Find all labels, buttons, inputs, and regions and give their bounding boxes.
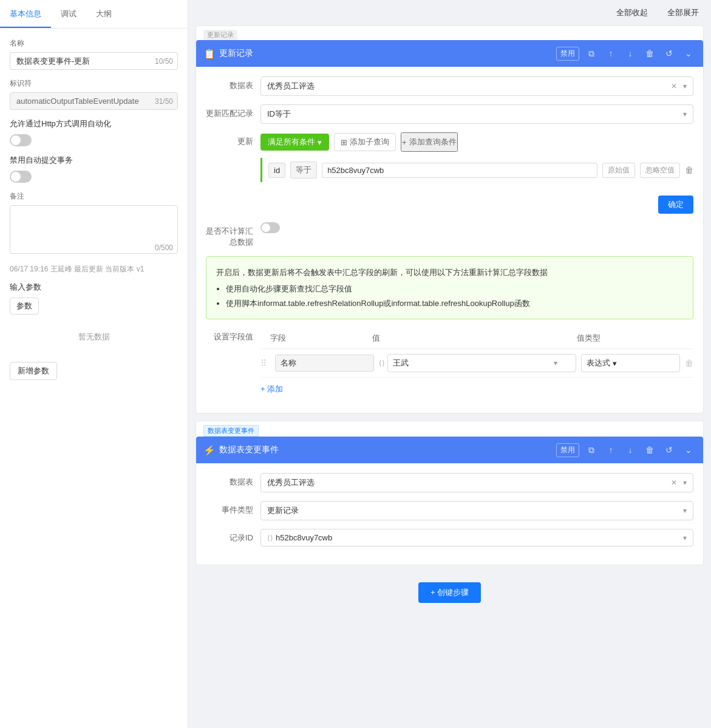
code-icon: ⟨⟩ [379,359,385,367]
http-toggle[interactable] [10,134,32,146]
card2-delete-icon[interactable]: 🗑 [642,443,657,457]
card2-expand-icon[interactable]: ⌄ [681,443,696,457]
card2-table-select[interactable]: 优秀员工评选 ✕ ▾ [260,473,693,492]
auto-submit-toggle-knob [11,172,21,182]
http-label: 允许通过Http方式调用自动化 [10,118,178,129]
name-label: 名称 [10,38,178,49]
update-record-card: 更新记录 📋 更新记录 禁用 ⧉ ↑ ↓ 🗑 ↺ ⌄ [196,26,704,413]
card2-event-row: 事件类型 更新记录 ▾ [206,501,693,520]
row0-type-select[interactable]: 表达式 ▾ [581,354,680,372]
drag-handle-icon[interactable]: ⠿ [260,358,270,368]
card1-match-row: 更新匹配记录 ID等于 ▾ [206,104,693,124]
tab-debug[interactable]: 调试 [51,0,86,28]
card2-event-arrow-icon: ▾ [683,506,687,515]
card1-copy-icon[interactable]: ⧉ [584,46,599,61]
card1-title: 📋 更新记录 [203,48,556,60]
params-section: 输入参数 参数 暂无数据 [10,282,178,355]
add-row-btn[interactable]: + 添加 [260,384,693,395]
condition-btn-label: 满足所有条件 [268,137,315,148]
filter-field: id [268,163,285,178]
add-cond-plus: + [402,138,407,147]
add-sub-btn[interactable]: ⊞ 添加子查询 [334,133,396,151]
card2-event-label: 事件类型 [206,501,260,515]
row0-value-text: 王武 [393,358,409,369]
row0-value-input[interactable]: 王武 ▾ [387,354,577,372]
params-btn[interactable]: 参数 [10,298,39,315]
info-box-text: 开启后，数据更新后将不会触发表中汇总字段的刷新，可以使用以下方法重新计算汇总字段… [216,265,683,279]
remark-input[interactable] [10,205,178,254]
add-condition-btn[interactable]: + 添加查询条件 [401,132,458,152]
col-field-header: 字段 [270,333,372,344]
filter-delete-icon[interactable]: 🗑 [685,165,693,175]
card2-down-icon[interactable]: ↓ [623,443,638,457]
right-content: 更新记录 📋 更新记录 禁用 ⧉ ↑ ↓ 🗑 ↺ ⌄ [188,26,711,620]
card1-refresh-icon[interactable]: ↺ [662,46,676,61]
card1-filter-row: 更新 满足所有条件 ▾ ⊞ 添加子查询 [206,132,693,182]
card1-match-content: ID等于 ▾ [260,104,693,124]
card1-match-select[interactable]: ID等于 ▾ [260,104,693,124]
create-step-btn[interactable]: + 创键步骤 [418,582,481,603]
card2-table-label: 数据表 [206,473,260,488]
no-calc-label: 是否不计算汇总数据 [206,222,260,248]
tab-outline[interactable]: 大纲 [86,0,121,28]
auto-submit-toggle[interactable] [10,171,32,183]
ignore-empty-btn[interactable]: 忽略空值 [640,163,680,178]
card2-title: ⚡ 数据表变更事件 [203,444,556,456]
original-value-btn[interactable]: 原始值 [602,163,635,178]
card1-table-arrow-icon: ▾ [683,82,687,90]
card2-title-text: 数据表变更事件 [219,444,279,455]
card2-table-arrow-icon: ▾ [683,478,687,487]
left-tabs: 基本信息 调试 大纲 [0,0,188,29]
card2-table-value: 优秀员工评选 [267,477,315,488]
card1-body: 数据表 优秀员工评选 ✕ ▾ [196,67,703,413]
id-count: 31/50 [155,97,173,106]
row0-field: 名称 [275,355,374,372]
add-sub-label: 添加子查询 [350,137,389,148]
card2-refresh-icon[interactable]: ↺ [662,443,676,457]
no-calc-toggle[interactable] [260,222,280,233]
auto-submit-label: 禁用自动提交事务 [10,155,178,166]
filter-row-0: id 等于 h52bc8vuy7cwb 原始值 忽略空值 🗑 [260,158,693,182]
remark-wrapper: 0/500 [10,205,178,256]
card2-event-select[interactable]: 更新记录 ▾ [260,501,693,520]
card2-record-id-arrow-icon: ▾ [683,534,687,542]
card2-actions: 禁用 ⧉ ↑ ↓ 🗑 ↺ ⌄ [556,443,696,457]
expand-all-button[interactable]: 全部展开 [662,5,704,21]
event-card: 数据表变更事件 ⚡ 数据表变更事件 禁用 ⧉ ↑ ↓ 🗑 ↺ ⌄ [196,421,704,565]
card1-disable-btn[interactable]: 禁用 [556,47,579,61]
card1-table-content: 优秀员工评选 ✕ ▾ [260,77,693,96]
card2-copy-icon[interactable]: ⧉ [584,443,599,457]
card1-up-icon[interactable]: ↑ [604,46,618,61]
condition-btn[interactable]: 满足所有条件 ▾ [260,134,329,151]
card2-record-id-select[interactable]: ⟨⟩ h52bc8vuy7cwb ▾ [260,529,693,546]
tab-basic-info[interactable]: 基本信息 [0,0,51,28]
no-calc-content [260,222,693,233]
card1-title-text: 更新记录 [219,48,253,59]
card2-disable-btn[interactable]: 禁用 [556,443,579,457]
card1-down-icon[interactable]: ↓ [623,46,638,61]
confirm-btn[interactable]: 确定 [658,196,693,214]
card1-actions: 禁用 ⧉ ↑ ↓ 🗑 ↺ ⌄ [556,46,696,61]
info-box: 开启后，数据更新后将不会触发表中汇总字段的刷新，可以使用以下方法重新计算汇总字段… [206,256,693,319]
card1-expand-icon[interactable]: ⌄ [681,46,696,61]
card1-delete-icon[interactable]: 🗑 [642,46,657,61]
http-toggle-knob [11,135,21,145]
row0-delete-icon[interactable]: 🗑 [685,358,693,368]
name-input[interactable] [10,52,178,70]
filter-op: 等于 [290,162,317,179]
card1-table-label: 数据表 [206,77,260,91]
no-data-text: 暂无数据 [10,319,178,355]
card1-table-select[interactable]: 优秀员工评选 ✕ ▾ [260,77,693,96]
card2-title-icon: ⚡ [203,444,216,456]
add-param-button[interactable]: 新增参数 [10,362,57,380]
card2-table-clear-icon[interactable]: ✕ [671,478,677,487]
card2-up-icon[interactable]: ↑ [604,443,618,457]
id-label: 标识符 [10,78,178,89]
id-input-wrapper: 31/50 [10,92,178,110]
card1-table-clear-icon[interactable]: ✕ [671,82,677,90]
card1-tag: 更新记录 [203,30,237,40]
collapse-all-button[interactable]: 全部收起 [611,5,653,21]
field-value-label: 设置字段值 [206,328,260,342]
card1-header: 📋 更新记录 禁用 ⧉ ↑ ↓ 🗑 ↺ ⌄ [196,40,703,67]
id-input[interactable] [10,92,178,110]
